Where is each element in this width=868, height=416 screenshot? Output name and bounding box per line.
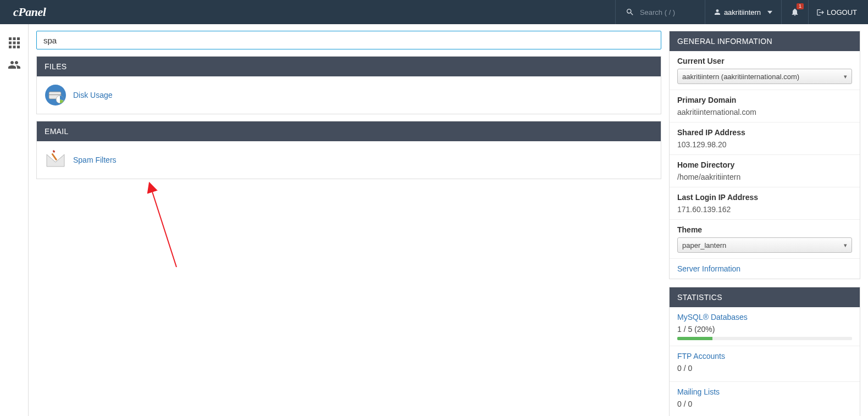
item-label: Disk Usage [73, 91, 113, 99]
panel-header[interactable]: STATISTICS [670, 287, 860, 307]
notifications-button[interactable]: 1 [781, 0, 808, 24]
group-header[interactable]: EMAIL [37, 121, 661, 141]
group-header[interactable]: FILES [37, 57, 661, 76]
item-label: Spam Filters [73, 156, 117, 164]
logout-icon [816, 8, 825, 16]
svg-rect-14 [53, 150, 56, 153]
logout-button[interactable]: LOGOUT [808, 0, 868, 24]
top-navbar: cPanel aakritiintern 1 LOGOUT [0, 0, 868, 24]
left-sidebar [0, 24, 29, 416]
notification-count: 1 [797, 3, 804, 9]
value-primary-domain: aakritiinternational.com [677, 108, 852, 117]
logo[interactable]: cPanel [0, 5, 57, 19]
progress-bar [677, 337, 852, 340]
users-icon [8, 58, 21, 71]
stat-title[interactable]: FTP Accounts [677, 352, 725, 360]
nav-search-input[interactable] [640, 8, 695, 16]
stat-title[interactable]: MySQL® Databases [677, 313, 748, 321]
value-home-dir: /home/aakritiintern [677, 173, 852, 181]
link-server-info[interactable]: Server Information [677, 264, 740, 273]
person-icon [714, 9, 721, 15]
sidebar-users[interactable] [0, 54, 29, 76]
svg-line-15 [152, 190, 176, 267]
spam-filters-icon [45, 149, 67, 171]
stat-value: 1 / 5 (20%) [677, 325, 852, 334]
stat-ftp: FTP Accounts 0 / 0 [670, 346, 860, 382]
user-menu[interactable]: aakritiintern [705, 0, 781, 24]
sidebar-home[interactable] [0, 32, 29, 54]
svg-rect-2 [17, 37, 20, 40]
logo-text: cPanel [13, 5, 46, 19]
group-files: FILES Disk [36, 56, 661, 114]
svg-rect-3 [9, 42, 12, 45]
group-email: EMAIL Spam Filters [36, 121, 661, 179]
stat-mailing: Mailing Lists 0 / 0 [670, 382, 860, 416]
panel-statistics: STATISTICS MySQL® Databases 1 / 5 (20%) … [669, 287, 860, 416]
select-theme[interactable]: paper_lantern [677, 237, 852, 253]
item-disk-usage[interactable]: Disk Usage [45, 84, 113, 106]
logout-label: LOGOUT [827, 8, 857, 16]
search-icon [626, 8, 634, 16]
label-last-login: Last Login IP Address [677, 193, 852, 202]
label-shared-ip: Shared IP Address [677, 128, 852, 137]
svg-rect-4 [13, 42, 16, 45]
label-current-user: Current User [677, 57, 852, 65]
filter-input[interactable] [36, 31, 661, 49]
label-theme: Theme [677, 225, 852, 234]
caret-down-icon [767, 10, 772, 15]
username: aakritiintern [724, 8, 761, 16]
stat-value: 0 / 0 [677, 364, 852, 373]
stat-value: 0 / 0 [677, 400, 852, 408]
svg-rect-11 [49, 95, 61, 95]
panel-general-info: GENERAL INFORMATION Current User aakriti… [669, 31, 860, 279]
annotation-arrow [113, 179, 185, 273]
nav-search[interactable] [615, 0, 705, 24]
svg-rect-5 [17, 42, 20, 45]
label-primary-domain: Primary Domain [677, 96, 852, 104]
value-shared-ip: 103.129.98.20 [677, 140, 852, 149]
disk-usage-icon [45, 84, 67, 106]
label-home-dir: Home Directory [677, 160, 852, 169]
value-last-login: 171.60.139.162 [677, 205, 852, 214]
stat-title[interactable]: Mailing Lists [677, 387, 720, 396]
item-spam-filters[interactable]: Spam Filters [45, 149, 117, 171]
panel-header[interactable]: GENERAL INFORMATION [670, 31, 860, 51]
grid-icon [8, 36, 21, 49]
svg-rect-7 [13, 46, 16, 48]
select-current-user[interactable]: aakritiintern (aakritiinternational.com) [677, 69, 852, 84]
svg-rect-0 [9, 37, 12, 40]
svg-rect-1 [13, 37, 16, 40]
svg-rect-6 [9, 46, 12, 48]
svg-rect-8 [17, 46, 20, 48]
stat-mysql: MySQL® Databases 1 / 5 (20%) [670, 307, 860, 346]
